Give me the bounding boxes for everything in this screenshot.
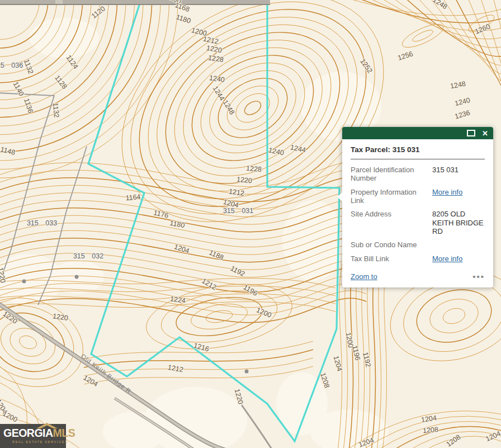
tax-bill-link[interactable]: More info — [432, 254, 462, 263]
logo-tagline: REAL ESTATE SERVICES — [12, 440, 63, 444]
field-label: Sub or Condo Name — [351, 240, 432, 249]
road-top-band — [0, 0, 270, 5]
logo-brand-primary: GEORGIA — [3, 428, 53, 439]
contour-label: 1132 — [51, 102, 60, 118]
field-row: Site Address 8205 OLD KEITH BRIDGE RD — [351, 210, 485, 235]
contour-label: 1228 — [246, 164, 262, 173]
popup-title: Tax Parcel: 315 031 — [351, 145, 485, 154]
popup-header[interactable]: ✕ — [342, 127, 493, 139]
georgiamls-logo: GEORGIAMLS REAL ESTATE SERVICES — [0, 424, 66, 448]
zoom-to-link[interactable]: Zoom to — [351, 272, 377, 281]
contour-label: 1220 — [236, 176, 252, 185]
field-label: Tax Bill Link — [351, 254, 432, 263]
field-row: Sub or Condo Name — [351, 240, 485, 249]
parcel-label: 315 036 — [0, 62, 23, 69]
field-label: Parcel Identification Number — [351, 166, 432, 183]
parcel-label: 315 031 — [223, 207, 253, 215]
popup-body: Tax Parcel: 315 031 Parcel Identificatio… — [342, 139, 493, 287]
road-top-gap — [55, 0, 63, 4]
map-viewport[interactable]: 1120 1160 1168 1180 1200 1212 1220 1228 … — [0, 0, 501, 448]
popup-tax-parcel: ✕ Tax Parcel: 315 031 Parcel Identificat… — [342, 127, 493, 287]
parcel-label: 315 032 — [73, 252, 103, 260]
close-icon[interactable]: ✕ — [482, 130, 488, 137]
roof-icon — [36, 423, 59, 428]
field-row: Parcel Identification Number 315 031 — [351, 166, 485, 183]
property-info-link[interactable]: More info — [432, 188, 462, 196]
popup-divider — [351, 159, 485, 159]
field-label: Site Address — [351, 210, 432, 235]
field-value: 315 031 — [432, 166, 485, 183]
dock-window-icon[interactable] — [467, 130, 475, 136]
contour-label: 1208 — [423, 426, 439, 435]
field-value: 8205 OLD KEITH BRIDGE RD — [432, 210, 485, 235]
contour-label: 1164 — [125, 193, 141, 202]
popup-pointer — [337, 192, 343, 202]
parcel-label: 315 033 — [27, 219, 57, 227]
field-row: Property Information Link More info — [351, 188, 485, 205]
field-value — [432, 240, 485, 249]
field-row: Tax Bill Link More info — [351, 254, 485, 263]
more-options-button[interactable]: ••• — [472, 275, 485, 279]
field-label: Property Information Link — [351, 188, 432, 205]
logo-brand-secondary: MLS — [53, 428, 75, 439]
popup-footer: Zoom to ••• — [351, 272, 485, 281]
